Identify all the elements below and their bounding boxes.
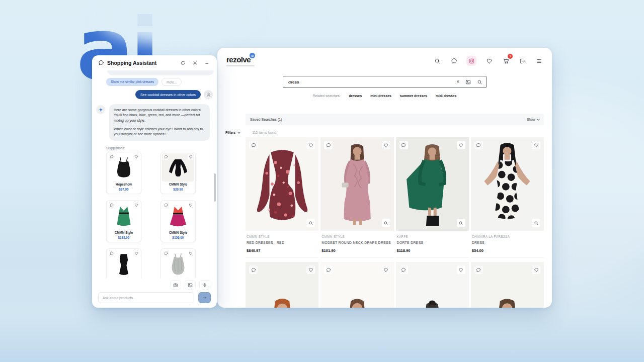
product-card[interactable]: [471, 262, 544, 308]
hamburger-menu-icon: [536, 58, 542, 64]
quick-reply-more-pill[interactable]: more...: [162, 78, 182, 86]
assistant-title: Shopping Assistant: [107, 60, 156, 66]
assistant-minimize-button[interactable]: –: [203, 59, 211, 67]
cart-button[interactable]: 1: [502, 57, 510, 65]
menu-button[interactable]: [535, 57, 543, 65]
product-price: $39.90: [162, 188, 194, 191]
related-search-term[interactable]: summer dresses: [400, 94, 427, 98]
chat-bubble-icon[interactable]: [324, 141, 333, 149]
assistant-message-row: Here are some gorgeous cocktail dresses …: [96, 104, 210, 141]
suggestion-card[interactable]: CMMN Style $156.00: [160, 200, 196, 242]
chat-button[interactable]: [450, 57, 458, 65]
heart-icon[interactable]: [532, 265, 540, 274]
search-button[interactable]: [433, 57, 441, 65]
assistant-refresh-button[interactable]: [179, 59, 187, 67]
product-image: [396, 137, 469, 231]
related-searches-label: Related searches:: [313, 94, 341, 98]
product-card[interactable]: [246, 262, 318, 308]
chat-bubble-icon[interactable]: [474, 265, 483, 274]
assistant-settings-button[interactable]: [191, 59, 199, 67]
product-card[interactable]: CMMN STYLE MODEST ROUND NECK DRAPE DRESS…: [320, 137, 393, 258]
search-bar: ×: [283, 76, 487, 88]
submit-search-button[interactable]: [477, 79, 482, 85]
heart-icon[interactable]: [457, 141, 465, 149]
product-name: DRESS: [472, 240, 543, 245]
voice-input-button[interactable]: [200, 281, 210, 289]
quick-view-icon[interactable]: [306, 219, 315, 227]
chat-scrollbar-thumb[interactable]: [214, 173, 216, 202]
saved-searches-show-button[interactable]: Show: [527, 118, 539, 121]
instagram-button[interactable]: [466, 56, 476, 66]
image-search-button[interactable]: [465, 79, 471, 85]
quick-reply-pill[interactable]: Show me similar pink dresses: [106, 78, 158, 86]
assistant-message-paragraph: Which color or style catches your eye? W…: [114, 127, 205, 137]
product-card[interactable]: [396, 262, 469, 308]
chat-bubble-icon[interactable]: [163, 154, 169, 160]
chat-bubble-icon[interactable]: [474, 141, 483, 149]
send-icon: [202, 295, 207, 300]
product-image: [320, 137, 393, 231]
heart-icon[interactable]: [188, 154, 193, 160]
suggestion-card[interactable]: Hopeshow $97.90: [106, 152, 141, 194]
chat-bubble-icon[interactable]: [109, 203, 114, 208]
ask-products-input[interactable]: [98, 292, 194, 303]
quick-view-icon[interactable]: [532, 219, 540, 227]
chat-bubble-icon[interactable]: [399, 141, 408, 149]
user-message-bubble: See cocktail dresses in other colors: [135, 90, 201, 99]
heart-icon[interactable]: [133, 251, 139, 256]
heart-icon[interactable]: [133, 154, 139, 160]
header-icon-row: 1: [433, 56, 543, 66]
chat-bubble-icon[interactable]: [249, 265, 258, 274]
rezolve-logo[interactable]: rezolve ai: [226, 55, 255, 66]
instagram-icon: [468, 58, 475, 64]
product-image: [246, 262, 318, 308]
image-upload-button[interactable]: [185, 281, 195, 289]
product-image: [396, 262, 469, 308]
heart-icon[interactable]: [382, 141, 390, 149]
suggestions-label: Suggestions:: [106, 146, 217, 150]
suggestion-card[interactable]: [106, 248, 141, 279]
heart-icon[interactable]: [188, 251, 193, 256]
suggestion-card[interactable]: [160, 248, 196, 279]
sign-out-button[interactable]: [518, 57, 526, 65]
heart-icon[interactable]: [532, 141, 540, 149]
clear-search-button[interactable]: ×: [456, 79, 459, 84]
chat-bubble-icon[interactable]: [399, 265, 408, 274]
heart-icon[interactable]: [457, 265, 465, 274]
related-search-term[interactable]: mini dresses: [370, 94, 391, 98]
chat-bubble-icon[interactable]: [163, 251, 169, 256]
chat-bubble-icon[interactable]: [109, 251, 114, 256]
chat-bubble-icon[interactable]: [109, 154, 114, 160]
quick-view-icon[interactable]: [457, 219, 465, 227]
chat-bubble-icon: [451, 58, 457, 64]
quick-view-icon[interactable]: [382, 219, 390, 227]
composer-toolbar: [98, 281, 211, 289]
suggestion-card[interactable]: CMMN Style $39.90: [160, 152, 196, 194]
product-card[interactable]: CMMN STYLE RED DRESSES - RED $840.97: [246, 137, 318, 258]
product-grid: CMMN STYLE RED DRESSES - RED $840.97 CMM…: [246, 137, 544, 308]
saved-searches-bar[interactable]: Saved Searches (1) Show: [246, 114, 544, 125]
chat-bubble-icon[interactable]: [163, 203, 169, 208]
product-card[interactable]: KAFFE DORTE DRESS $118.90: [396, 137, 469, 258]
send-button[interactable]: [198, 292, 211, 303]
image-icon: [188, 283, 193, 288]
filters-button[interactable]: Filters: [225, 131, 240, 134]
product-card[interactable]: CHANIRA LA PAREZZA DRESS $54.00: [471, 137, 544, 258]
chat-bubble-icon[interactable]: [324, 265, 333, 274]
user-message-row: See cocktail dresses in other colors: [92, 90, 213, 99]
product-info: KAFFE DORTE DRESS $118.90: [396, 231, 469, 258]
chat-bubble-icon[interactable]: [249, 141, 258, 149]
product-brand: KAFFE: [397, 235, 468, 238]
suggestion-card[interactable]: CMMN Style $138.00: [106, 200, 141, 242]
heart-icon[interactable]: [306, 265, 315, 274]
related-search-term[interactable]: midi dresses: [436, 94, 457, 98]
heart-icon[interactable]: [382, 265, 390, 274]
wishlist-button[interactable]: [485, 57, 493, 65]
product-info: CMMN STYLE RED DRESSES - RED $840.97: [246, 231, 318, 258]
heart-icon[interactable]: [188, 203, 193, 208]
heart-icon[interactable]: [306, 141, 315, 149]
related-search-term[interactable]: dresses: [349, 94, 362, 98]
heart-icon[interactable]: [133, 203, 139, 208]
camera-button[interactable]: [171, 281, 181, 289]
product-card[interactable]: [320, 262, 393, 308]
